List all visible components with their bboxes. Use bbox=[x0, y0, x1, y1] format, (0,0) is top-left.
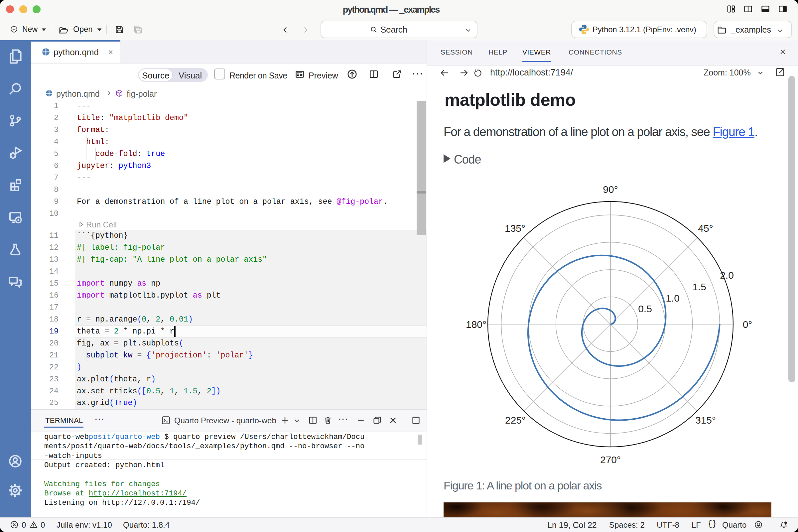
svg-text:270°: 270° bbox=[600, 454, 621, 465]
svg-text:315°: 315° bbox=[695, 415, 716, 425]
svg-text:135°: 135° bbox=[505, 223, 525, 234]
svg-text:225°: 225° bbox=[505, 415, 526, 425]
svg-text:45°: 45° bbox=[698, 223, 713, 234]
svg-text:1.5: 1.5 bbox=[692, 281, 706, 292]
svg-text:1.0: 1.0 bbox=[666, 292, 680, 304]
svg-text:0°: 0° bbox=[743, 319, 753, 330]
svg-text:2.0: 2.0 bbox=[720, 270, 734, 281]
svg-text:90°: 90° bbox=[603, 184, 618, 195]
svg-text:180°: 180° bbox=[466, 319, 487, 330]
svg-text:0.5: 0.5 bbox=[638, 303, 652, 314]
